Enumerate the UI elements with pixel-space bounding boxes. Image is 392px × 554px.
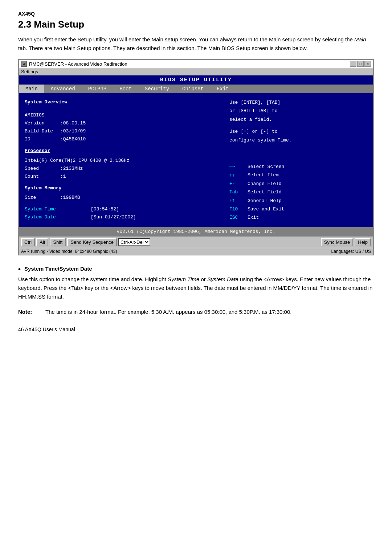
minimize-button[interactable]: _ xyxy=(350,61,356,67)
processor-line: Intel(R) Core(TM)2 CPU 6400 @ 2.13GHz xyxy=(25,157,218,165)
key-select-field: Tab Select Field xyxy=(229,188,367,196)
bios-nav: Main Advanced PCIPnP Boot Security Chips… xyxy=(19,85,373,93)
size-field: Size :199BMB xyxy=(25,194,218,202)
bios-statusbar: AVR running - Video mode: 640x480 Graphi… xyxy=(19,248,373,255)
key-exit-label: Exit xyxy=(248,213,259,222)
processor-title: Processor xyxy=(25,147,218,155)
key-select-item: ↑↓ Select Item xyxy=(229,171,367,179)
key-tab: Tab xyxy=(229,188,244,196)
id-label: ID xyxy=(25,135,57,143)
bios-titlebar-left: 🖥 RMC@SERVER - Advanced Video Redirectio… xyxy=(21,61,127,67)
help-line-2: or [SHIFT-TAB] to xyxy=(229,107,367,115)
amibios-label: AMIBIOS xyxy=(25,111,218,119)
sync-mouse-button[interactable]: Sync Mouse xyxy=(321,238,354,246)
memory-title: System Memory xyxy=(25,184,218,192)
nav-chipset[interactable]: Chipset xyxy=(176,85,210,93)
builddate-field: Build Date :03/10/09 xyxy=(25,127,218,135)
count-field: Count :1 xyxy=(25,173,218,181)
shift-button[interactable]: Shift xyxy=(50,238,66,246)
version-field: Version :08.00.15 xyxy=(25,119,218,127)
key-general-help: F1 General Help xyxy=(229,197,367,205)
bios-right-panel: Use [ENTER], [TAB] or [SHIFT-TAB] to sel… xyxy=(224,93,373,227)
key-exit: ESC Exit xyxy=(229,213,367,222)
nav-security[interactable]: Security xyxy=(138,85,176,93)
key-save-exit-label: Save and Exit xyxy=(248,205,284,213)
systemdate-field[interactable]: System Date [Sun 01/27/2002] xyxy=(25,213,218,221)
bios-titlebar: 🖥 RMC@SERVER - Advanced Video Redirectio… xyxy=(19,60,373,68)
bios-app-icon: 🖥 xyxy=(21,61,27,67)
page-footer: 46 AX45Q User's Manual xyxy=(18,327,374,332)
speed-label: Speed xyxy=(25,165,57,173)
help-line-4: Use [+] or [-] to xyxy=(229,127,367,136)
key-sequence-select[interactable]: Ctrl-Alt-Del xyxy=(118,238,150,246)
key-select-screen: ←→ Select Screen xyxy=(229,163,367,171)
ctrl-button[interactable]: Ctrl xyxy=(21,238,35,246)
key-change-field: +- Change Field xyxy=(229,180,367,188)
key-f1: F1 xyxy=(229,197,244,205)
bios-body: System Overview AMIBIOS Version :08.00.1… xyxy=(19,93,373,227)
speed-value: :2133MHz xyxy=(60,165,83,173)
bios-titlebar-buttons: _ □ × xyxy=(350,61,371,67)
doc-label: AX45Q xyxy=(18,11,374,17)
bullet-content: Use this option to change the system tim… xyxy=(18,275,374,301)
nav-advanced[interactable]: Advanced xyxy=(44,85,82,93)
send-key-button[interactable]: Send Key Sequence xyxy=(67,238,117,246)
bios-titlebar-title: RMC@SERVER - Advanced Video Redirection xyxy=(29,61,127,67)
bios-window: 🖥 RMC@SERVER - Advanced Video Redirectio… xyxy=(18,59,374,255)
close-button[interactable]: × xyxy=(364,61,371,67)
note-content: The time is in 24-hour format. For examp… xyxy=(45,308,291,316)
key-esc: ESC xyxy=(229,213,244,222)
id-value: :Q45BX010 xyxy=(60,135,86,143)
help-button[interactable]: Help xyxy=(355,238,371,246)
key-plusminus: +- xyxy=(229,180,244,188)
size-label: Size xyxy=(25,194,57,202)
id-field: ID :Q45BX010 xyxy=(25,135,218,143)
speed-field: Speed :2133MHz xyxy=(25,165,218,173)
nav-exit[interactable]: Exit xyxy=(210,85,236,93)
key-arrows-ud: ↑↓ xyxy=(229,171,244,179)
alt-button[interactable]: Alt xyxy=(36,238,48,246)
bios-menubar: Settings xyxy=(19,68,373,75)
settings-menu[interactable]: Settings xyxy=(21,69,38,74)
bullet-dot: • xyxy=(18,266,21,273)
system-overview-title: System Overview xyxy=(25,98,218,106)
help-line-5: configure system Time. xyxy=(229,136,367,144)
systemtime-label: System Time xyxy=(25,205,56,213)
bullet-title-text: System Time/System Date xyxy=(24,266,92,272)
note-label: Note: xyxy=(18,308,38,316)
help-line-3: select a field. xyxy=(229,115,367,124)
size-value: :199BMB xyxy=(60,194,80,202)
builddate-value: :03/10/09 xyxy=(60,127,86,135)
bullet-section: • System Time/System Date Use this optio… xyxy=(18,266,374,301)
key-f10: F10 xyxy=(229,205,244,213)
bios-header-bar: BIOS SETUP UTILITY xyxy=(19,75,373,85)
systemdate-spacer xyxy=(59,213,88,221)
key-arrows-lr: ←→ xyxy=(229,163,244,171)
nav-main[interactable]: Main xyxy=(19,85,44,93)
restore-button[interactable]: □ xyxy=(357,61,364,67)
version-value: :08.00.15 xyxy=(60,119,86,127)
section-title: 2.3 Main Setup xyxy=(18,19,374,30)
key-select-screen-label: Select Screen xyxy=(248,163,284,171)
systemdate-value: [Sun 01/27/2002] xyxy=(91,213,136,221)
statusbar-left: AVR running - Video mode: 640x480 Graphi… xyxy=(21,249,117,254)
key-change-field-label: Change Field xyxy=(248,180,282,188)
count-value: :1 xyxy=(60,173,66,181)
bullet-title: • System Time/System Date xyxy=(18,266,374,273)
help-line-1: Use [ENTER], [TAB] xyxy=(229,98,367,107)
builddate-label: Build Date xyxy=(25,127,57,135)
statusbar-right: Languages: US / US xyxy=(331,249,371,254)
version-label: Version xyxy=(25,119,57,127)
nav-pcipnp[interactable]: PCIPnP xyxy=(82,85,113,93)
nav-boot[interactable]: Boot xyxy=(113,85,138,93)
count-label: Count xyxy=(25,173,57,181)
key-select-item-label: Select Item xyxy=(248,171,279,179)
key-select-field-label: Select Field xyxy=(248,188,282,196)
key-save-exit: F10 Save and Exit xyxy=(229,205,367,213)
bios-left-panel: System Overview AMIBIOS Version :08.00.1… xyxy=(19,93,224,227)
systemtime-field[interactable]: System Time [03:54:52] xyxy=(25,205,218,213)
bios-toolbar: Ctrl Alt Shift Send Key Sequence Ctrl-Al… xyxy=(19,236,373,248)
bios-footer-bar: v02.61 (C)Copyright 1985-2006, American … xyxy=(19,227,373,236)
note-section: Note: The time is in 24-hour format. For… xyxy=(18,308,374,316)
systemtime-spacer xyxy=(59,205,88,213)
